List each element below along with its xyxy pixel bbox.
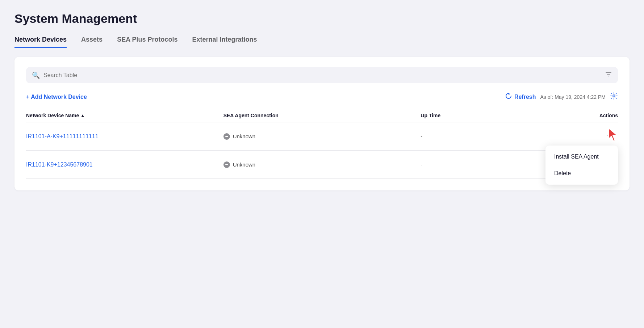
connection-cell-2: Unknown [223,161,421,168]
device-name-link-1[interactable]: IR1101-A-K9+11111111111 [26,133,99,139]
svg-point-1 [608,135,609,136]
table-row: IR1101-K9+12345678901 Unknown - [26,151,618,179]
tab-external-integrations[interactable]: External Integrations [192,36,257,48]
device-name-link-2[interactable]: IR1101-K9+12345678901 [26,161,93,168]
tab-assets[interactable]: Assets [81,36,103,48]
svg-point-3 [613,135,614,136]
status-dot-inner-2 [225,164,228,165]
tab-sea-plus-protocols[interactable]: SEA Plus Protocols [117,36,177,48]
filter-icon[interactable] [605,71,612,80]
sort-arrow-name: ▲ [80,113,85,118]
status-dot-1 [223,133,230,140]
gear-button[interactable] [610,92,618,102]
table-row: IR1101-A-K9+11111111111 Unknown - [26,122,618,151]
refresh-area: Refresh As of: May 19, 2024 4:22 PM [505,92,618,102]
refresh-button[interactable]: Refresh [505,92,536,101]
table-header: Network Device Name ▲ SEA Agent Connecti… [26,109,618,122]
device-name-cell-1: IR1101-A-K9+11111111111 [26,133,223,140]
svg-point-2 [610,135,611,136]
actions-cell-1: Install SEA Agent Delete [519,130,618,143]
dropdown-item-install-sea-agent[interactable]: Install SEA Agent [545,148,618,165]
col-header-name: Network Device Name ▲ [26,113,223,118]
col-header-connection: SEA Agent Connection [223,113,421,118]
tabs-bar: Network Devices Assets SEA Plus Protocol… [14,36,630,48]
toolbar: + Add Network Device Refresh As of: May … [26,92,618,102]
refresh-label: Refresh [514,94,536,100]
search-icon: 🔍 [32,71,40,79]
col-header-uptime: Up Time [421,113,519,118]
actions-menu-button-1[interactable] [603,130,618,143]
add-network-device-button[interactable]: + Add Network Device [26,94,87,100]
main-card: 🔍 + Add Network Device Refre [14,57,630,190]
tab-network-devices[interactable]: Network Devices [14,36,67,48]
status-dot-inner-1 [225,136,228,137]
actions-dropdown-menu: Install SEA Agent Delete [545,146,618,185]
search-bar: 🔍 [26,67,618,83]
dropdown-item-delete[interactable]: Delete [545,165,618,182]
refresh-icon [505,92,512,101]
page-container: System Management Network Devices Assets… [0,0,644,328]
search-input[interactable] [43,72,601,79]
device-name-cell-2: IR1101-K9+12345678901 [26,161,223,168]
svg-point-0 [613,95,615,97]
status-dot-2 [223,161,230,168]
as-of-text: As of: May 19, 2024 4:22 PM [540,94,606,100]
uptime-cell-2: - [421,161,519,168]
uptime-cell-1: - [421,133,519,139]
connection-cell-1: Unknown [223,133,421,140]
page-title: System Management [14,12,630,26]
col-header-actions: Actions [519,113,618,118]
